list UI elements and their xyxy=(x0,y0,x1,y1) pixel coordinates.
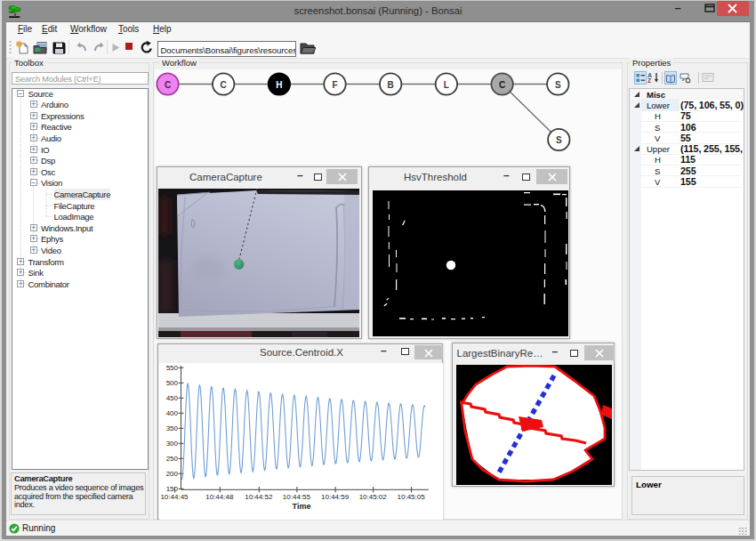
svg-text:10:44:55: 10:44:55 xyxy=(283,493,311,501)
svg-text:10:44:52: 10:44:52 xyxy=(245,493,273,501)
svg-text:F: F xyxy=(332,80,337,90)
svg-text:10:44:59: 10:44:59 xyxy=(321,493,350,501)
svg-text:250: 250 xyxy=(166,455,179,463)
svg-text:S: S xyxy=(556,135,562,145)
svg-text:150: 150 xyxy=(166,485,179,493)
svg-text:B: B xyxy=(388,80,394,90)
svg-text:10:44:45: 10:44:45 xyxy=(160,493,189,501)
svg-text:10:45:02: 10:45:02 xyxy=(359,493,388,501)
svg-text:H: H xyxy=(276,80,282,90)
svg-text:10:44:48: 10:44:48 xyxy=(205,493,234,501)
svg-text:C: C xyxy=(165,80,171,90)
svg-text:350: 350 xyxy=(166,424,179,432)
svg-text:L: L xyxy=(444,80,449,90)
svg-text:550: 550 xyxy=(166,364,179,372)
svg-text:10:45:05: 10:45:05 xyxy=(398,493,426,501)
svg-text:C: C xyxy=(221,80,227,90)
svg-text:200: 200 xyxy=(166,470,179,478)
svg-text:Z: Z xyxy=(647,77,652,84)
svg-text:500: 500 xyxy=(166,379,179,387)
svg-text:400: 400 xyxy=(166,409,179,417)
svg-text:450: 450 xyxy=(166,394,179,402)
svg-text:300: 300 xyxy=(166,440,179,448)
svg-text:C: C xyxy=(499,80,505,90)
svg-text:S: S xyxy=(555,80,561,90)
svg-text:Time: Time xyxy=(293,502,311,511)
